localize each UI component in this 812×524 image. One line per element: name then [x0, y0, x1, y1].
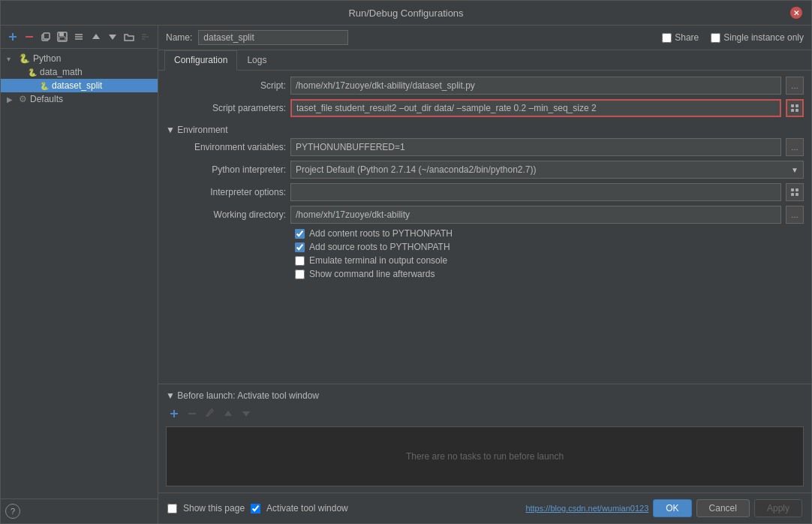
emulate-terminal-checkbox[interactable] — [295, 256, 305, 266]
dialog-title: Run/Debug Configurations — [22, 8, 790, 19]
svg-marker-12 — [109, 35, 116, 40]
add-content-roots-row: Add content roots to PYTHONPATH — [166, 228, 804, 239]
tree-item-python[interactable]: ▾ 🐍 Python — [1, 52, 158, 65]
script-params-label: Script parameters: — [166, 103, 286, 113]
name-label: Name: — [166, 32, 192, 43]
tree-item-data-math[interactable]: 🐍 data_math — [1, 65, 158, 79]
config-tabs: Configuration Logs — [158, 50, 811, 71]
show-cmd-line-checkbox[interactable] — [295, 270, 305, 279]
defaults-label: Defaults — [30, 94, 63, 104]
script-input[interactable] — [290, 77, 781, 95]
folder-button[interactable] — [122, 29, 137, 45]
before-launch-section: ▼ Before launch: Activate tool window — [158, 384, 811, 492]
before-launch-up-button — [220, 405, 236, 422]
save-config-button[interactable] — [55, 29, 70, 45]
svg-marker-27 — [224, 411, 232, 416]
add-content-roots-checkbox[interactable] — [295, 229, 305, 239]
right-panel: Name: Share Single instance only Confi — [158, 26, 811, 523]
svg-rect-7 — [59, 37, 65, 41]
svg-rect-23 — [795, 193, 798, 196]
svg-rect-22 — [791, 193, 794, 196]
interp-options-extra-button[interactable] — [786, 183, 804, 201]
before-launch-add-button[interactable] — [166, 405, 182, 422]
menu-config-button[interactable] — [71, 29, 86, 45]
data-math-icon: 🐍 — [28, 68, 37, 77]
python-interp-label: Python interpreter: — [166, 164, 286, 175]
svg-rect-18 — [791, 109, 794, 112]
script-browse-button[interactable]: … — [786, 77, 804, 95]
svg-rect-19 — [795, 109, 798, 112]
add-content-roots-label: Add content roots to PYTHONPATH — [309, 228, 453, 239]
activate-tool-checkbox[interactable] — [251, 504, 260, 513]
left-panel: ▾ 🐍 Python 🐍 data_math 🐍 dataset_split — [1, 26, 158, 523]
script-params-input[interactable] — [290, 99, 781, 117]
environment-section-header[interactable]: ▼ Environment — [166, 122, 804, 138]
move-down-button[interactable] — [105, 29, 120, 45]
python-arrow: ▾ — [7, 55, 16, 63]
svg-marker-11 — [92, 34, 100, 39]
interp-options-row: Interpreter options: — [166, 183, 804, 201]
apply-button[interactable]: Apply — [754, 499, 802, 517]
env-vars-input[interactable] — [290, 138, 781, 156]
tab-logs[interactable]: Logs — [237, 50, 276, 70]
bottom-link[interactable]: https://blog.csdn.net/wumian0123 — [525, 504, 648, 513]
run-debug-dialog: Run/Debug Configurations ✕ — [0, 0, 812, 524]
config-toolbar — [1, 26, 158, 49]
help-button[interactable]: ? — [5, 504, 20, 519]
script-params-row: Script parameters: — [166, 99, 804, 117]
interp-options-label: Interpreter options: — [166, 187, 286, 197]
show-page-label: Show this page — [183, 503, 245, 513]
close-button[interactable]: ✕ — [790, 7, 802, 19]
show-cmd-line-row: Show command line afterwards — [166, 269, 804, 279]
share-checkbox[interactable] — [662, 33, 672, 43]
python-interp-select[interactable]: Project Default (Python 2.7.14 (~/anacon… — [290, 161, 804, 179]
python-label: Python — [33, 53, 61, 64]
working-dir-browse-button[interactable]: … — [786, 206, 804, 224]
copy-config-button[interactable] — [38, 29, 53, 45]
config-tree: ▾ 🐍 Python 🐍 data_math 🐍 dataset_split — [1, 49, 158, 498]
share-label: Share — [675, 32, 699, 43]
before-launch-toolbar — [166, 405, 804, 422]
svg-rect-20 — [791, 188, 794, 191]
share-checkbox-row: Share — [662, 32, 699, 43]
python-interp-arrow-icon: ▼ — [791, 166, 798, 174]
tree-item-defaults[interactable]: ▶ ⚙ Defaults — [1, 92, 158, 106]
cancel-button[interactable]: Cancel — [696, 499, 750, 517]
add-config-button[interactable] — [5, 29, 20, 45]
ok-button[interactable]: OK — [653, 499, 691, 517]
script-params-extra-button[interactable] — [786, 99, 804, 117]
tab-configuration[interactable]: Configuration — [164, 50, 237, 71]
python-icon: 🐍 — [19, 53, 30, 64]
bottom-right: https://blog.csdn.net/wumian0123 OK Canc… — [525, 499, 802, 517]
svg-rect-16 — [791, 104, 794, 107]
sort-button — [138, 29, 153, 45]
title-bar: Run/Debug Configurations ✕ — [1, 1, 811, 26]
defaults-icon: ⚙ — [19, 94, 27, 104]
single-instance-label: Single instance only — [723, 32, 804, 43]
name-input[interactable] — [198, 30, 348, 45]
name-bar: Name: Share Single instance only — [158, 26, 811, 50]
working-dir-input[interactable] — [290, 206, 781, 224]
dataset-split-icon: 🐍 — [40, 82, 49, 90]
tree-item-dataset-split[interactable]: 🐍 dataset_split — [1, 79, 158, 92]
svg-rect-21 — [795, 188, 798, 191]
defaults-arrow: ▶ — [7, 95, 16, 104]
before-launch-header[interactable]: ▼ Before launch: Activate tool window — [166, 390, 804, 401]
bottom-bar: Show this page Activate tool window http… — [158, 492, 811, 523]
remove-config-button[interactable] — [22, 29, 37, 45]
single-instance-checkbox[interactable] — [711, 33, 720, 43]
add-source-roots-checkbox[interactable] — [295, 242, 305, 252]
single-instance-checkbox-row: Single instance only — [711, 32, 804, 43]
move-up-button[interactable] — [89, 29, 104, 45]
svg-marker-28 — [242, 411, 250, 417]
emulate-terminal-label: Emulate terminal in output console — [309, 255, 447, 266]
show-page-checkbox[interactable] — [167, 504, 177, 513]
interp-options-input[interactable] — [290, 183, 781, 201]
before-launch-remove-button — [184, 405, 200, 422]
before-launch-down-button — [238, 405, 254, 422]
env-vars-browse-button[interactable]: … — [786, 138, 804, 156]
env-vars-row: Environment variables: … — [166, 138, 804, 156]
before-launch-edit-button — [202, 405, 218, 422]
dataset-split-label: dataset_split — [52, 80, 102, 91]
share-row: Share Single instance only — [662, 32, 804, 43]
